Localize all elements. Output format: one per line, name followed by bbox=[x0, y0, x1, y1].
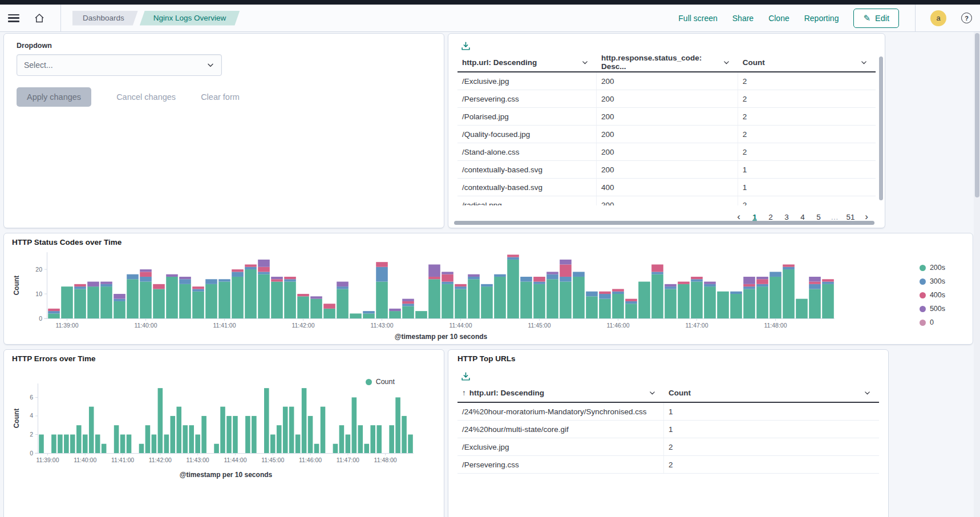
clear-form-button[interactable]: Clear form bbox=[201, 92, 240, 102]
table-cell: 1 bbox=[738, 161, 876, 178]
dropdown-label: Dropdown bbox=[17, 42, 431, 50]
status-table-header: http.url: Descendinghttp.response.status… bbox=[457, 53, 876, 72]
table-row: /Exclusive.jpg2 bbox=[457, 438, 879, 456]
legend-dot bbox=[920, 265, 926, 271]
table-cell: 200 bbox=[597, 108, 738, 125]
column-header[interactable]: ↑http.url: Descending bbox=[457, 389, 664, 397]
table-cell: /contextually-based.svg bbox=[457, 161, 597, 178]
status-codes-chart-panel: HTTP Status Codes over Time 0102011:39:0… bbox=[3, 233, 973, 345]
top-urls-panel: HTTP Top URLs ↑http.url: DescendingCount… bbox=[448, 349, 889, 517]
chevron-down-icon bbox=[860, 59, 868, 66]
svg-text:6: 6 bbox=[30, 394, 33, 401]
table-cell: 2 bbox=[664, 456, 879, 473]
table-row: /Persevering.css2002 bbox=[457, 90, 876, 108]
cancel-changes-button[interactable]: Cancel changes bbox=[116, 92, 176, 102]
column-header-label: Count bbox=[669, 389, 691, 397]
avatar[interactable]: a bbox=[930, 10, 946, 26]
table-cell: /Persevering.css bbox=[457, 456, 664, 473]
column-header-label: http.url: Descending bbox=[462, 58, 537, 67]
page-scrollbar-track[interactable] bbox=[974, 32, 980, 517]
horizontal-scrollbar[interactable] bbox=[454, 221, 874, 225]
edit-button[interactable]: ✎ Edit bbox=[853, 9, 899, 28]
legend-item-300s[interactable]: 300s bbox=[920, 277, 945, 285]
column-header[interactable]: Count bbox=[664, 389, 879, 397]
legend-item-0[interactable]: 0 bbox=[920, 318, 945, 326]
download-icon[interactable] bbox=[461, 41, 471, 51]
legend-dot bbox=[920, 278, 926, 285]
panel-title: HTTP Status Codes over Time bbox=[12, 238, 965, 247]
errors-chart-panel: HTTP Errors over Time 024611:39:0011:40:… bbox=[3, 349, 444, 517]
table-row: /contextually-based.svg2001 bbox=[457, 161, 876, 179]
svg-text:4: 4 bbox=[30, 412, 33, 419]
legend-item-200s[interactable]: 200s bbox=[920, 264, 945, 272]
column-header[interactable]: http.response.status_code: Desc... bbox=[597, 54, 738, 71]
sort-ascending-icon: ↑ bbox=[462, 389, 466, 397]
svg-text:0: 0 bbox=[39, 315, 42, 322]
table-cell: 2 bbox=[738, 108, 876, 125]
divider bbox=[60, 5, 61, 32]
table-row: /contextually-based.svg4001 bbox=[457, 179, 876, 196]
svg-text:11:47:00: 11:47:00 bbox=[685, 322, 708, 329]
column-header[interactable]: Count bbox=[738, 58, 876, 67]
download-icon[interactable] bbox=[461, 371, 471, 381]
top-urls-table-body: /24%20hour-moratorium-Mandatory/Synchron… bbox=[457, 403, 879, 474]
chart-legend: Count bbox=[366, 378, 395, 386]
home-icon[interactable] bbox=[30, 9, 49, 28]
errors-bar-chart[interactable]: 024611:39:0011:40:0011:41:0011:42:0011:4… bbox=[12, 363, 420, 480]
svg-text:11:46:00: 11:46:00 bbox=[299, 457, 322, 463]
edit-button-label: Edit bbox=[875, 14, 889, 23]
page-scrollbar-thumb[interactable] bbox=[975, 33, 979, 197]
svg-text:11:39:00: 11:39:00 bbox=[55, 322, 78, 329]
legend-item-400s[interactable]: 400s bbox=[920, 291, 945, 299]
svg-text:11:45:00: 11:45:00 bbox=[528, 322, 550, 329]
svg-text:Count: Count bbox=[13, 409, 21, 429]
apply-changes-button[interactable]: Apply changes bbox=[17, 87, 91, 107]
status-codes-stacked-bar-chart[interactable]: 0102011:39:0011:40:0011:41:0011:42:0011:… bbox=[12, 247, 845, 342]
table-cell: /Stand-alone.css bbox=[457, 143, 597, 160]
table-cell: 2 bbox=[738, 72, 876, 90]
svg-text:11:48:00: 11:48:00 bbox=[374, 457, 397, 463]
dropdown-placeholder: Select... bbox=[24, 60, 206, 70]
svg-text:@timestamp per 10 seconds: @timestamp per 10 seconds bbox=[395, 333, 488, 341]
svg-text:Count: Count bbox=[13, 276, 21, 296]
chevron-down-icon bbox=[649, 389, 656, 397]
table-cell: 1 bbox=[664, 403, 879, 420]
svg-text:11:42:00: 11:42:00 bbox=[291, 322, 314, 329]
column-header-label: Count bbox=[743, 58, 765, 67]
svg-text:20: 20 bbox=[35, 266, 42, 273]
top-navbar: Dashboards Nginx Logs Overview Full scre… bbox=[0, 5, 980, 32]
legend-item-Count[interactable]: Count bbox=[366, 378, 395, 386]
full-screen-link[interactable]: Full screen bbox=[678, 14, 717, 23]
table-cell: /24%20hour-moratorium-Mandatory/Synchron… bbox=[457, 403, 664, 420]
help-icon[interactable]: ? bbox=[961, 13, 972, 23]
menu-icon[interactable] bbox=[8, 14, 19, 22]
dropdown-select[interactable]: Select... bbox=[17, 54, 222, 76]
svg-text:11:41:00: 11:41:00 bbox=[213, 322, 236, 329]
table-row: /Polarised.jpg2002 bbox=[457, 108, 876, 126]
table-row: /Quality-focused.jpg2002 bbox=[457, 126, 876, 143]
dashboard-grid: Dropdown Select... Apply changes Cancel … bbox=[0, 33, 980, 517]
clone-link[interactable]: Clone bbox=[768, 14, 789, 23]
vertical-scrollbar[interactable] bbox=[879, 56, 883, 200]
chevron-down-icon bbox=[581, 59, 589, 66]
panel-title: HTTP Errors over Time bbox=[12, 354, 436, 363]
legend-dot bbox=[920, 306, 926, 312]
table-row: /radical.png2002 bbox=[457, 196, 876, 205]
breadcrumb: Dashboards Nginx Logs Overview bbox=[72, 11, 240, 26]
share-link[interactable]: Share bbox=[732, 14, 754, 23]
legend-dot bbox=[366, 379, 372, 385]
legend-item-500s[interactable]: 500s bbox=[920, 305, 945, 313]
svg-text:0: 0 bbox=[30, 450, 33, 457]
table-cell: 2 bbox=[738, 126, 876, 143]
table-row: /Persevering.css2 bbox=[457, 456, 879, 474]
breadcrumb-dashboards[interactable]: Dashboards bbox=[72, 11, 138, 26]
svg-text:11:43:00: 11:43:00 bbox=[187, 457, 209, 463]
reporting-link[interactable]: Reporting bbox=[804, 14, 839, 23]
svg-text:11:44:00: 11:44:00 bbox=[224, 457, 246, 463]
chart-legend: 200s300s400s500s0 bbox=[920, 264, 945, 326]
legend-dot bbox=[920, 292, 926, 298]
table-cell: 200 bbox=[597, 143, 738, 160]
column-header[interactable]: http.url: Descending bbox=[457, 58, 597, 67]
table-cell: 400 bbox=[597, 179, 738, 196]
legend-label: 0 bbox=[930, 318, 934, 326]
